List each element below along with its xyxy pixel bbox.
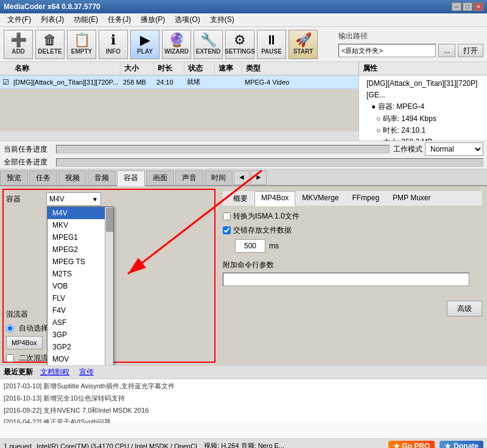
start-label: START bbox=[293, 48, 314, 55]
isma-checkbox[interactable] bbox=[223, 212, 231, 220]
output-path-input[interactable] bbox=[338, 44, 436, 57]
settings-button[interactable]: ⚙ SETTINGS bbox=[225, 30, 254, 59]
delete-button[interactable]: 🗑 DELETE bbox=[35, 30, 65, 59]
col-type-header[interactable]: 类型 bbox=[242, 62, 359, 75]
close-button[interactable]: ✕ bbox=[474, 2, 483, 11]
tab-preview[interactable]: 预览 bbox=[0, 170, 28, 185]
tab-task[interactable]: 任务 bbox=[29, 170, 57, 185]
add-button[interactable]: ➕ ADD bbox=[4, 30, 33, 59]
menu-play[interactable]: 播放(P) bbox=[136, 14, 170, 26]
container-settings-panel: 容器 M4V ▼ M4V MKV MPEG1 MPEG2 MPEG TS bbox=[2, 189, 215, 363]
mp4box-primary-button[interactable]: MP4Box bbox=[6, 336, 43, 349]
muxer-label: 混流器 bbox=[6, 309, 43, 320]
container-dropdown[interactable]: M4V MKV MPEG1 MPEG2 MPEG TS M2TS VOB FLV… bbox=[47, 206, 114, 365]
tab-time[interactable]: 时间 bbox=[205, 170, 233, 185]
dropdown-item-m2ts[interactable]: M2TS bbox=[47, 268, 113, 280]
wizard-label: WIZARD bbox=[164, 48, 189, 55]
secondary-tabs: 概要 MP4Box MKVMerge FFmpeg PMP Muxer bbox=[223, 191, 482, 206]
dropdown-item-m4v[interactable]: M4V bbox=[47, 207, 113, 219]
info-button[interactable]: ℹ INFO bbox=[99, 30, 128, 59]
menu-list[interactable]: 列表(J) bbox=[36, 14, 69, 26]
news-tab-docs[interactable]: 文档割程 bbox=[38, 367, 72, 377]
menu-options[interactable]: 选项(O) bbox=[170, 14, 205, 26]
output-path-row: ... 打开 bbox=[338, 44, 483, 57]
browse-button[interactable]: ... bbox=[438, 44, 455, 57]
prop-size: ○ 大小: 258.2 MB bbox=[362, 136, 485, 141]
sec-tab-overview[interactable]: 概要 bbox=[226, 191, 254, 206]
menu-task[interactable]: 任务(J) bbox=[103, 14, 136, 26]
start-button[interactable]: 🚀 START bbox=[289, 30, 318, 59]
tab-content-area: 容器 M4V ▼ M4V MKV MPEG1 MPEG2 MPEG TS bbox=[0, 186, 487, 365]
extend-button[interactable]: 🔧 EXTEND bbox=[194, 30, 223, 59]
col-size-header[interactable]: 大小 bbox=[121, 62, 154, 75]
container-display[interactable]: M4V ▼ bbox=[47, 193, 100, 205]
col-duration-header[interactable]: 时长 bbox=[154, 62, 184, 75]
dropdown-scrollbar[interactable] bbox=[105, 207, 113, 365]
tab-audio[interactable]: 音频 bbox=[88, 170, 116, 185]
container-combo[interactable]: M4V ▼ M4V MKV MPEG1 MPEG2 MPEG TS M2TS V… bbox=[46, 192, 101, 206]
donate-label: Donate bbox=[454, 442, 478, 449]
dropdown-item-asf[interactable]: ASF bbox=[47, 317, 113, 329]
cmdline-input[interactable] bbox=[223, 273, 469, 286]
play-button[interactable]: ▶ PLAY bbox=[130, 30, 159, 59]
sec-tab-pmp-muxer[interactable]: PMP Muxer bbox=[386, 191, 437, 206]
work-mode-select[interactable]: Normal Fast High Quality bbox=[425, 142, 483, 156]
tab-arrow-left[interactable]: ◄ bbox=[234, 170, 250, 185]
pause-button[interactable]: ⏸ PAUSE bbox=[257, 30, 286, 59]
cache-ms-row: ms bbox=[235, 239, 482, 253]
news-area: 最近更新 文档割程 宣传 [2017-03-10] 新增Suptitle Avi… bbox=[0, 365, 487, 438]
col-name-header[interactable]: 名称 bbox=[11, 62, 121, 75]
dropdown-item-flv[interactable]: FLV bbox=[47, 292, 113, 304]
sec-tab-ffmpeg[interactable]: FFmpeg bbox=[345, 191, 386, 206]
cache-ms-input[interactable] bbox=[235, 239, 265, 253]
tab-video[interactable]: 视频 bbox=[58, 170, 86, 185]
container-value: M4V bbox=[49, 195, 65, 203]
dropdown-item-mkv[interactable]: MKV bbox=[47, 219, 113, 231]
open-button[interactable]: 打开 bbox=[458, 44, 483, 57]
combo-arrow-icon: ▼ bbox=[92, 196, 98, 203]
file-list-scrollbar-h[interactable] bbox=[0, 131, 359, 141]
sec-tab-mkvmerge[interactable]: MKVMerge bbox=[295, 191, 345, 206]
menu-support[interactable]: 支持(S) bbox=[205, 14, 239, 26]
col-speed-header[interactable]: 速率 bbox=[215, 62, 242, 75]
sec-tab-mp4box[interactable]: MP4Box bbox=[254, 191, 295, 206]
prop-filename: [DMG][Attack_on_Titan][31][720P][GE... bbox=[362, 78, 485, 101]
news-tab-promo[interactable]: 宣传 bbox=[77, 367, 96, 377]
file-row[interactable]: ☑ [DMG][Attack_on_Titan][31][720P... 258… bbox=[0, 75, 359, 89]
empty-button[interactable]: 📋 EMPTY bbox=[67, 30, 96, 59]
file-checkbox[interactable]: ☑ bbox=[0, 78, 11, 86]
menu-bar: 文件(F) 列表(J) 功能(E) 任务(J) 播放(P) 选项(O) 支持(S… bbox=[0, 13, 487, 27]
advanced-button[interactable]: 高级 bbox=[447, 301, 482, 317]
go-pro-button[interactable]: ★ Go PRO bbox=[388, 441, 435, 449]
news-item-2: [2016-10-13] 新增完全10位色深转码支持 bbox=[4, 393, 483, 405]
tab-container[interactable]: 容器 bbox=[117, 170, 145, 186]
dropdown-item-mpegts[interactable]: MPEG TS bbox=[47, 256, 113, 268]
dropdown-item-f4v[interactable]: F4V bbox=[47, 304, 113, 317]
title-bar: MediaCoder x64 0.8.37.5770 ─ □ ✕ bbox=[0, 0, 487, 13]
tab-picture[interactable]: 画面 bbox=[146, 170, 174, 185]
dropdown-item-mov[interactable]: MOV bbox=[47, 353, 113, 365]
tab-sound[interactable]: 声音 bbox=[175, 170, 203, 185]
extend-icon: 🔧 bbox=[200, 33, 217, 47]
col-status-header[interactable]: 状态 bbox=[184, 62, 215, 75]
work-mode-area: 工作模式 Normal Fast High Quality bbox=[393, 142, 483, 156]
maximize-button[interactable]: □ bbox=[463, 2, 472, 11]
dropdown-item-mpeg1[interactable]: MPEG1 bbox=[47, 231, 113, 243]
dropdown-item-mpeg2[interactable]: MPEG2 bbox=[47, 243, 113, 256]
minimize-button[interactable]: ─ bbox=[452, 2, 461, 11]
wizard-button[interactable]: 🔮 WIZARD bbox=[162, 30, 191, 59]
menu-function[interactable]: 功能(E) bbox=[69, 14, 103, 26]
empty-label: EMPTY bbox=[71, 48, 92, 55]
auto-select-radio[interactable] bbox=[6, 324, 14, 332]
file-list-scroll[interactable]: ☑ [DMG][Attack_on_Titan][31][720P... 258… bbox=[0, 75, 359, 131]
tab-arrow-right[interactable]: ► bbox=[251, 170, 267, 185]
dropdown-item-vob[interactable]: VOB bbox=[47, 280, 113, 292]
secondary-mux-checkbox[interactable] bbox=[6, 354, 14, 362]
cache-checkbox[interactable] bbox=[223, 226, 231, 234]
extend-label: EXTEND bbox=[196, 48, 221, 55]
dropdown-item-3gp[interactable]: 3GP bbox=[47, 329, 113, 341]
dropdown-item-3gp2[interactable]: 3GP2 bbox=[47, 341, 113, 353]
menu-file[interactable]: 文件(F) bbox=[2, 14, 36, 26]
info-icon: ℹ bbox=[111, 33, 116, 47]
donate-button[interactable]: ★ Donate bbox=[440, 441, 483, 449]
